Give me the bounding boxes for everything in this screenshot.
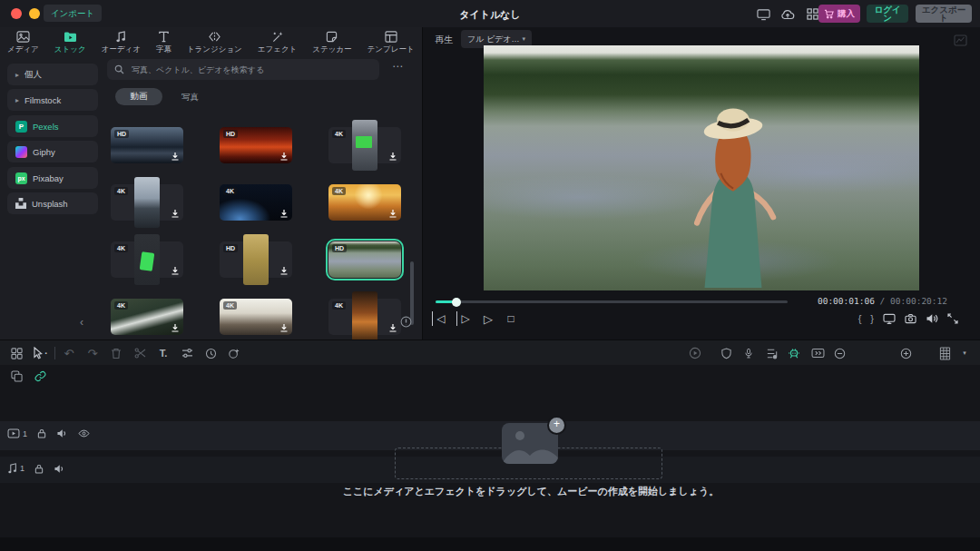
render-preview-icon[interactable]: [688, 346, 702, 360]
zoom-in-icon[interactable]: [898, 346, 913, 360]
stock-video-waves[interactable]: 4K: [111, 299, 183, 335]
mark-out-button[interactable]: }: [870, 313, 874, 324]
stock-video-golden-grass[interactable]: HD: [220, 241, 292, 278]
track-manager-icon[interactable]: [937, 346, 952, 360]
track-manager-dropdown-icon[interactable]: ▾: [957, 346, 972, 360]
tab-titles[interactable]: 字幕: [154, 31, 173, 55]
sidebar-item-pixabay[interactable]: px Pixabay: [7, 167, 98, 189]
select-tool-pointer-icon[interactable]: ▪: [33, 346, 47, 360]
media-browser-grid-icon[interactable]: [9, 346, 24, 360]
lock-icon[interactable]: [37, 428, 46, 438]
download-icon[interactable]: [388, 323, 397, 332]
mute-track-icon[interactable]: [54, 464, 65, 474]
download-icon[interactable]: [171, 266, 180, 275]
stock-video-phone-greenscreen[interactable]: 4K: [111, 241, 183, 278]
filter-tab-photo[interactable]: 写真: [181, 92, 199, 103]
display-layout-icon[interactable]: [756, 7, 770, 21]
buy-button[interactable]: 購入: [818, 5, 860, 23]
lock-icon[interactable]: [34, 464, 44, 474]
split-scissors-icon[interactable]: [132, 346, 147, 360]
tab-stock[interactable]: ストック: [53, 31, 88, 55]
fullscreen-icon[interactable]: [947, 313, 958, 324]
download-icon[interactable]: [171, 323, 180, 332]
tab-stickers[interactable]: ステッカー: [310, 31, 353, 55]
timeline-area[interactable]: 1 1: [0, 365, 980, 537]
stop-button[interactable]: □: [504, 311, 518, 326]
stock-video-road-sky[interactable]: 4K: [111, 184, 183, 221]
cloud-upload-icon[interactable]: [780, 7, 795, 21]
tab-transition[interactable]: トランジション: [185, 31, 244, 55]
pexels-logo-icon: P: [15, 121, 27, 133]
export-button[interactable]: エクスポート: [916, 5, 972, 23]
voiceover-mic-icon[interactable]: [741, 346, 756, 360]
zoom-out-icon[interactable]: [832, 346, 847, 360]
video-preview-canvas[interactable]: [484, 45, 919, 290]
auto-ripple-link-icon[interactable]: [34, 370, 46, 382]
speed-icon[interactable]: [203, 346, 218, 360]
delete-trash-icon[interactable]: [109, 346, 123, 360]
filter-tab-video[interactable]: 動画: [115, 88, 162, 105]
redo-icon[interactable]: ↷: [85, 346, 100, 360]
collapse-sidebar-chevron-icon[interactable]: ‹: [80, 316, 83, 329]
progress-handle[interactable]: [452, 298, 461, 307]
stock-video-earth-space[interactable]: 4K: [220, 184, 292, 221]
search-input[interactable]: [130, 64, 372, 75]
resolution-badge: 4K: [223, 187, 237, 195]
add-keyframe-icon[interactable]: [227, 346, 241, 360]
mute-track-icon[interactable]: [56, 428, 68, 438]
second-monitor-icon[interactable]: [883, 313, 896, 324]
download-icon[interactable]: [279, 152, 289, 161]
import-button[interactable]: インポート: [44, 5, 102, 22]
tab-audio[interactable]: オーディオ: [100, 31, 142, 55]
copy-stack-icon[interactable]: [11, 370, 23, 382]
hide-track-eye-icon[interactable]: [78, 429, 90, 438]
stock-video-couple[interactable]: 4K: [220, 299, 292, 335]
snapshot-camera-icon[interactable]: [905, 313, 916, 324]
timeline-bottom-scrollbar-area[interactable]: [0, 537, 980, 551]
download-icon[interactable]: [171, 209, 180, 218]
more-options-icon[interactable]: ⋯: [392, 60, 404, 73]
playback-progress-bar[interactable]: [436, 300, 788, 303]
stock-video-mountain-lake[interactable]: HD: [111, 127, 183, 163]
minimize-window-button[interactable]: [29, 8, 40, 19]
next-frame-button[interactable]: ▷: [456, 311, 473, 326]
tab-templates[interactable]: テンプレート: [366, 31, 416, 55]
download-icon[interactable]: [279, 209, 289, 218]
audio-mixer-icon[interactable]: [764, 346, 779, 360]
download-icon[interactable]: [279, 323, 289, 332]
sidebar-item-giphy[interactable]: Giphy: [7, 141, 98, 162]
download-icon[interactable]: [171, 152, 180, 161]
mark-in-button[interactable]: {: [858, 313, 862, 324]
sidebar-item-personal[interactable]: ▸ 個人: [7, 64, 98, 85]
stock-video-greenscreen-laptop[interactable]: 4K: [328, 127, 401, 163]
shield-icon[interactable]: [719, 346, 733, 360]
stock-video-red-sunset[interactable]: HD: [220, 127, 292, 163]
video-track-lane[interactable]: [0, 421, 980, 450]
text-tool-icon[interactable]: T.: [156, 346, 171, 360]
sidebar-item-pexels[interactable]: P Pexels: [7, 115, 98, 137]
stock-video-woman-flower-field-selected[interactable]: HD: [328, 241, 401, 278]
stock-video-ocean-sunset[interactable]: 4K: [328, 184, 401, 221]
info-icon[interactable]: [400, 316, 412, 328]
undo-icon[interactable]: ↶: [62, 346, 76, 360]
previous-frame-button[interactable]: ◁: [432, 311, 448, 326]
add-media-plus-icon[interactable]: +: [547, 416, 566, 435]
tab-effects[interactable]: エフェクト: [256, 31, 299, 55]
play-button[interactable]: ▷: [481, 311, 495, 326]
adjust-sliders-icon[interactable]: [180, 346, 194, 360]
download-icon[interactable]: [388, 209, 397, 218]
scopes-icon[interactable]: [954, 34, 967, 46]
tab-media[interactable]: メディア: [5, 31, 41, 55]
login-button[interactable]: ログイン: [867, 5, 908, 23]
volume-icon[interactable]: [926, 313, 938, 324]
stock-search-bar[interactable]: [107, 59, 379, 80]
sidebar-item-unsplash[interactable]: Unsplash: [7, 192, 98, 214]
plugin-robot-icon[interactable]: [787, 346, 801, 360]
download-icon[interactable]: [388, 152, 397, 161]
stock-video-autumn[interactable]: 4K: [328, 299, 401, 335]
close-window-button[interactable]: [11, 8, 22, 19]
apps-grid-icon[interactable]: [805, 7, 819, 21]
download-icon[interactable]: [279, 266, 289, 275]
sidebar-item-filmstock[interactable]: ▸ Filmstock: [7, 89, 98, 111]
marker-icon[interactable]: [810, 346, 825, 360]
